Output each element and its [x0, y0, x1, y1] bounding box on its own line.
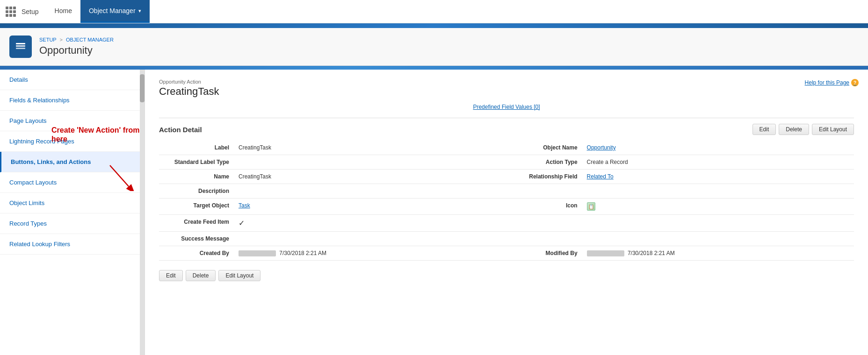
app-launcher-icon[interactable]	[6, 7, 16, 17]
sidebar-item-related-lookup-filters[interactable]: Related Lookup Filters	[0, 234, 145, 255]
table-row: Create Feed Item ✓	[159, 215, 854, 232]
value-standard-label	[234, 155, 421, 170]
label-icon: Icon	[421, 199, 582, 215]
label-empty2	[421, 215, 582, 232]
content-area: Help for this Page ? Opportunity Action …	[145, 70, 868, 355]
detail-table: Label CreatingTask Object Name Opportuni…	[159, 141, 854, 261]
value-description	[234, 184, 421, 199]
section-title: Action Detail	[159, 126, 202, 134]
label-empty	[421, 184, 582, 199]
action-title: CreatingTask	[159, 85, 854, 98]
value-success-message	[234, 232, 421, 246]
wave-banner-bottom	[0, 66, 868, 70]
tab-object-manager[interactable]: Object Manager ▾	[80, 0, 150, 23]
label-description: Description	[159, 184, 234, 199]
created-by-user	[239, 250, 276, 256]
delete-button-bottom[interactable]: Delete	[186, 270, 216, 281]
table-row: Created By 7/30/2018 2:21 AM Modified By…	[159, 246, 854, 261]
label-action-type: Action Type	[421, 155, 582, 170]
label-name: Name	[159, 170, 234, 184]
breadcrumb: SETUP > OBJECT MANAGER	[39, 37, 114, 43]
page-title: Opportunity	[39, 44, 114, 57]
predefined-link[interactable]: Predefined Field Values [0]	[473, 104, 540, 110]
target-object-link[interactable]: Task	[239, 202, 250, 209]
nav-tabs: Home Object Manager ▾	[46, 0, 150, 23]
value-relationship-field: Related To	[582, 170, 854, 184]
action-buttons-top: Edit Delete Edit Layout	[752, 124, 854, 135]
header-text: SETUP > OBJECT MANAGER Opportunity	[39, 37, 114, 57]
predefined-field-values: Predefined Field Values [0]	[159, 103, 854, 110]
object-manager-icon	[9, 36, 32, 58]
task-icon: 📋	[587, 202, 595, 211]
label-create-feed-item: Create Feed Item	[159, 215, 234, 232]
help-link[interactable]: Help for this Page ?	[805, 79, 859, 86]
value-empty	[582, 184, 854, 199]
label-standard-label: Standard Label Type	[159, 155, 234, 170]
edit-layout-button-top[interactable]: Edit Layout	[812, 124, 854, 135]
sidebar-item-buttons-links-actions[interactable]: Buttons, Links, and Actions	[0, 152, 145, 172]
help-icon: ?	[851, 79, 859, 86]
top-navigation: Setup Home Object Manager ▾	[0, 0, 868, 23]
label-modified-by: Modified By	[421, 246, 582, 261]
created-by-timestamp: 7/30/2018 2:21 AM	[279, 250, 326, 256]
value-created-by: 7/30/2018 2:21 AM	[234, 246, 421, 261]
value-empty3	[582, 232, 854, 246]
label-field-label: Label	[159, 141, 234, 155]
value-modified-by: 7/30/2018 2:21 AM	[582, 246, 854, 261]
main-layout: Create 'New Action' from here Details Fi…	[0, 70, 868, 355]
sidebar-item-page-layouts[interactable]: Page Layouts	[0, 111, 145, 131]
svg-rect-1	[16, 45, 25, 47]
sidebar-item-record-types[interactable]: Record Types	[0, 213, 145, 234]
modified-by-timestamp: 7/30/2018 2:21 AM	[628, 250, 675, 256]
action-header: Opportunity Action	[159, 79, 854, 85]
table-row: Name CreatingTask Relationship Field Rel…	[159, 170, 854, 184]
page-header: SETUP > OBJECT MANAGER Opportunity	[0, 28, 868, 66]
table-row: Label CreatingTask Object Name Opportuni…	[159, 141, 854, 155]
layers-icon	[14, 40, 27, 53]
wave-banner-top	[0, 23, 868, 28]
scrollbar[interactable]	[140, 70, 145, 355]
value-object-name: Opportunity	[582, 141, 854, 155]
svg-rect-2	[16, 43, 25, 44]
scrollbar-thumb[interactable]	[140, 74, 145, 102]
value-target-object: Task	[234, 199, 421, 215]
setup-label: Setup	[22, 8, 39, 15]
sidebar-item-compact-layouts[interactable]: Compact Layouts	[0, 172, 145, 193]
edit-layout-button-bottom[interactable]: Edit Layout	[218, 270, 260, 281]
sidebar: Create 'New Action' from here Details Fi…	[0, 70, 145, 355]
value-empty2	[582, 215, 854, 232]
tab-home[interactable]: Home	[46, 0, 80, 23]
label-target-object: Target Object	[159, 199, 234, 215]
table-row: Target Object Task Icon 📋	[159, 199, 854, 215]
table-row: Success Message	[159, 232, 854, 246]
object-name-link[interactable]: Opportunity	[587, 144, 616, 151]
sidebar-item-lightning-record-pages[interactable]: Lightning Record Pages	[0, 131, 145, 152]
checkmark-icon: ✓	[239, 219, 245, 227]
label-object-name: Object Name	[421, 141, 582, 155]
label-relationship-field: Relationship Field	[421, 170, 582, 184]
action-buttons-bottom: Edit Delete Edit Layout	[159, 270, 854, 281]
value-action-type: Create a Record	[582, 155, 854, 170]
label-created-by: Created By	[159, 246, 234, 261]
value-create-feed-item: ✓	[234, 215, 421, 232]
modified-by-user	[587, 250, 624, 256]
edit-button-top[interactable]: Edit	[752, 124, 776, 135]
delete-button-top[interactable]: Delete	[779, 124, 809, 135]
value-icon: 📋	[582, 199, 854, 215]
value-name: CreatingTask	[234, 170, 421, 184]
label-empty3	[421, 232, 582, 246]
sidebar-item-object-limits[interactable]: Object Limits	[0, 193, 145, 213]
chevron-down-icon: ▾	[138, 8, 141, 14]
svg-rect-0	[16, 48, 25, 49]
table-row: Description	[159, 184, 854, 199]
edit-button-bottom[interactable]: Edit	[159, 270, 183, 281]
value-label: CreatingTask	[234, 141, 421, 155]
sidebar-item-fields-relationships[interactable]: Fields & Relationships	[0, 90, 145, 111]
relationship-field-link[interactable]: Related To	[587, 173, 614, 180]
sidebar-item-details[interactable]: Details	[0, 70, 145, 90]
table-row: Standard Label Type Action Type Create a…	[159, 155, 854, 170]
label-success-message: Success Message	[159, 232, 234, 246]
section-header: Action Detail Edit Delete Edit Layout	[159, 118, 854, 135]
